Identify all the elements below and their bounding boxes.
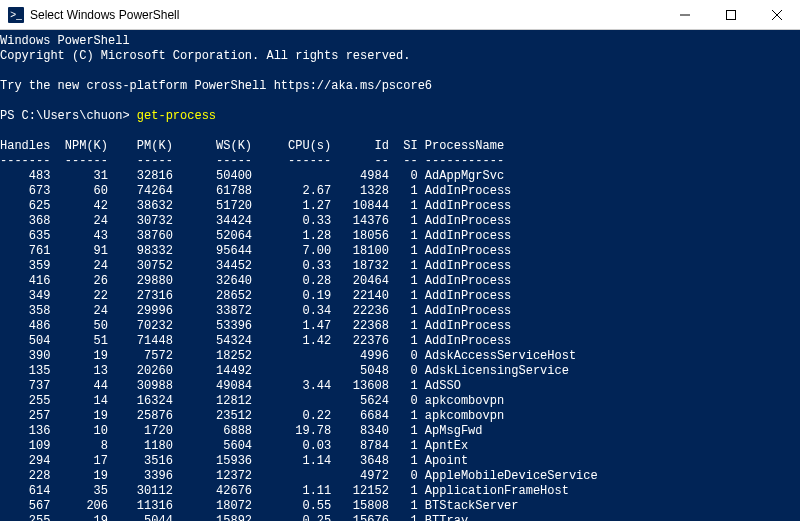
table-row: 255 19 5044 15892 0.25 15676 1 BTTray: [0, 514, 800, 521]
table-row: 635 43 38760 52064 1.28 18056 1 AddInPro…: [0, 229, 800, 244]
titlebar: >_ Select Windows PowerShell: [0, 0, 800, 30]
table-row: 761 91 98332 95644 7.00 18100 1 AddInPro…: [0, 244, 800, 259]
table-row: 504 51 71448 54324 1.42 22376 1 AddInPro…: [0, 334, 800, 349]
column-separator: ------- ------ ----- ----- ------ -- -- …: [0, 154, 800, 169]
table-row: 614 35 30112 42676 1.11 12152 1 Applicat…: [0, 484, 800, 499]
window-controls: [662, 0, 800, 29]
table-row: 358 24 29996 33872 0.34 22236 1 AddInPro…: [0, 304, 800, 319]
command-text: get-process: [137, 109, 216, 123]
table-row: 255 14 16324 12812 5624 0 apkcombovpn: [0, 394, 800, 409]
window-title: Select Windows PowerShell: [30, 8, 662, 22]
table-row: 416 26 29880 32640 0.28 20464 1 AddInPro…: [0, 274, 800, 289]
terminal-line: Try the new cross-platform PowerShell ht…: [0, 79, 800, 94]
table-row: 294 17 3516 15936 1.14 3648 1 Apoint: [0, 454, 800, 469]
table-row: 567 206 11316 18072 0.55 15808 1 BTStack…: [0, 499, 800, 514]
terminal-line: Windows PowerShell: [0, 34, 800, 49]
svg-rect-0: [727, 11, 736, 20]
table-row: 228 19 3396 12372 4972 0 AppleMobileDevi…: [0, 469, 800, 484]
table-row: 483 31 32816 50400 4984 0 AdAppMgrSvc: [0, 169, 800, 184]
table-row: 135 13 20260 14492 5048 0 AdskLicensingS…: [0, 364, 800, 379]
minimize-button[interactable]: [662, 0, 708, 30]
table-row: 390 19 7572 18252 4996 0 AdskAccessServi…: [0, 349, 800, 364]
table-row: 737 44 30988 49084 3.44 13608 1 AdSSO: [0, 379, 800, 394]
table-row: 486 50 70232 53396 1.47 22368 1 AddInPro…: [0, 319, 800, 334]
table-row: 673 60 74264 61788 2.67 1328 1 AddInProc…: [0, 184, 800, 199]
close-button[interactable]: [754, 0, 800, 30]
prompt-line: PS C:\Users\chuon> get-process: [0, 109, 800, 124]
terminal-output[interactable]: Windows PowerShellCopyright (C) Microsof…: [0, 30, 800, 521]
terminal-line: [0, 124, 800, 139]
table-row: 349 22 27316 28652 0.19 22140 1 AddInPro…: [0, 289, 800, 304]
terminal-line: [0, 94, 800, 109]
table-row: 625 42 38632 51720 1.27 10844 1 AddInPro…: [0, 199, 800, 214]
terminal-line: Copyright (C) Microsoft Corporation. All…: [0, 49, 800, 64]
table-row: 136 10 1720 6888 19.78 8340 1 ApMsgFwd: [0, 424, 800, 439]
terminal-line: [0, 64, 800, 79]
powershell-icon: >_: [8, 7, 24, 23]
maximize-button[interactable]: [708, 0, 754, 30]
table-row: 257 19 25876 23512 0.22 6684 1 apkcombov…: [0, 409, 800, 424]
table-row: 359 24 30752 34452 0.33 18732 1 AddInPro…: [0, 259, 800, 274]
table-row: 109 8 1180 5604 0.03 8784 1 ApntEx: [0, 439, 800, 454]
column-headers: Handles NPM(K) PM(K) WS(K) CPU(s) Id SI …: [0, 139, 800, 154]
table-row: 368 24 30732 34424 0.33 14376 1 AddInPro…: [0, 214, 800, 229]
